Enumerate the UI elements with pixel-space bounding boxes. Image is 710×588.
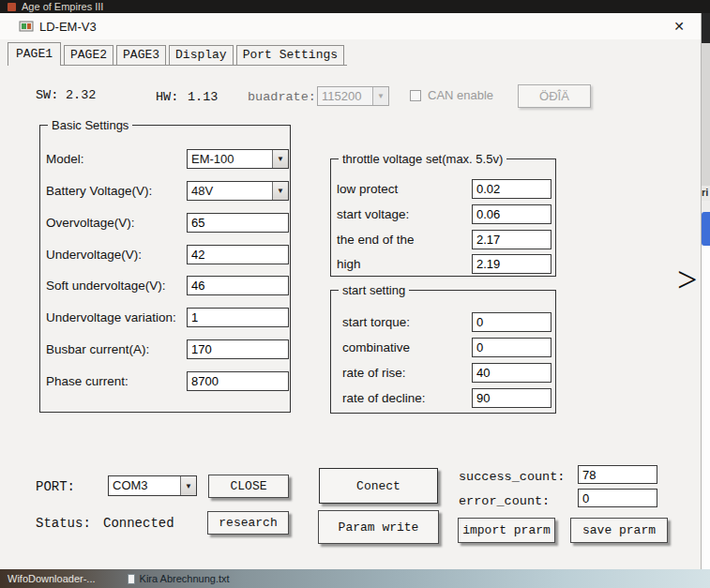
low-protect-input[interactable]	[472, 179, 551, 199]
status-label: Status:	[36, 516, 91, 531]
document-icon	[128, 574, 135, 584]
background-right-gap	[702, 201, 710, 212]
window-title: LD-EM-V3	[39, 20, 97, 34]
battery-voltage-select[interactable]: 48V ▼	[187, 181, 289, 201]
undervoltage-variation-input[interactable]	[187, 308, 289, 327]
success-count-label: success_count:	[459, 470, 565, 484]
busbar-current-input[interactable]	[187, 339, 289, 359]
language-button[interactable]: ÖÐÎÄ	[518, 84, 591, 108]
basic-settings-title: Basic Settings	[48, 118, 132, 132]
tab-page3[interactable]: PAGE3	[116, 45, 166, 65]
chevron-down-icon[interactable]: ▼	[272, 182, 288, 200]
ld-em-v3-window: LD-EM-V3 ✕ PAGE1 PAGE2 PAGE3 Display Por…	[0, 13, 702, 569]
rate-of-rise-input[interactable]	[472, 363, 551, 383]
low-protect-label: low protect	[337, 182, 398, 196]
connect-button[interactable]: Conect	[319, 468, 438, 504]
screen: Age of Empires III LD-EM-V3 ✕ PAGE1 PAGE…	[0, 0, 710, 588]
throttle-end-label: the end of the	[337, 233, 415, 247]
model-value: EM-100	[188, 150, 272, 168]
research-button[interactable]: research	[207, 511, 289, 535]
close-icon[interactable]: ✕	[667, 16, 691, 37]
rate-of-decline-label: rate of decline:	[342, 391, 426, 405]
combinative-input[interactable]	[472, 338, 551, 357]
phase-current-input[interactable]	[187, 371, 289, 391]
taskbar-item-kira-abrechnung[interactable]: Kira Abrechnung.txt	[140, 573, 230, 584]
sw-label: SW:	[36, 88, 58, 102]
title-bar: LD-EM-V3 ✕	[0, 13, 701, 39]
app-icon	[19, 19, 34, 34]
throttle-voltage-group: throttle voltage set(max. 5.5v) low prot…	[330, 158, 556, 277]
battery-voltage-value: 48V	[188, 182, 272, 200]
overvoltage-label: Overvoltage(V):	[46, 216, 135, 230]
port-value: COM3	[109, 476, 180, 495]
rate-of-rise-label: rate of rise:	[342, 366, 406, 380]
background-right-dark	[702, 13, 710, 43]
chevron-down-icon[interactable]: ▼	[272, 150, 288, 168]
combinative-label: combinative	[342, 340, 410, 354]
can-enable-checkbox[interactable]	[410, 90, 421, 101]
hw-label: HW:	[156, 90, 178, 104]
rate-of-decline-input[interactable]	[472, 388, 551, 408]
background-right-white	[702, 246, 710, 569]
baudrate-label: buadrate:	[248, 90, 316, 104]
tab-port-settings[interactable]: Port Settings	[236, 45, 344, 65]
taskbar-item-wifodownloader[interactable]: WifoDownloader-...	[8, 573, 96, 584]
background-blue-element	[702, 212, 710, 246]
tab-page1[interactable]: PAGE1	[8, 42, 61, 66]
start-torque-input[interactable]	[472, 312, 551, 332]
throttle-high-input[interactable]	[472, 254, 551, 274]
save-param-button[interactable]: save prarm	[570, 518, 668, 543]
background-clipped-text: ri	[702, 186, 710, 201]
background-window-title: Age of Empires III	[22, 1, 103, 12]
throttle-high-label: high	[337, 257, 361, 271]
background-right-light	[702, 43, 710, 186]
tab-bar: PAGE1 PAGE2 PAGE3 Display Port Settings	[8, 41, 347, 66]
close-port-button[interactable]: CLOSE	[208, 475, 289, 498]
throttle-group-title: throttle voltage set(max. 5.5v)	[339, 152, 506, 166]
model-label: Model:	[46, 152, 84, 166]
start-voltage-label: start voltage:	[337, 207, 409, 221]
param-write-button[interactable]: Param write	[318, 510, 439, 544]
tab-page2[interactable]: PAGE2	[64, 45, 113, 65]
model-select[interactable]: EM-100 ▼	[187, 149, 289, 169]
baudrate-value: 115200	[318, 87, 372, 105]
throttle-end-input[interactable]	[472, 230, 551, 249]
age-of-empires-icon	[8, 3, 16, 11]
background-window-titlebar: Age of Empires III	[0, 0, 710, 13]
background-artifact-chevron: >	[677, 262, 697, 297]
start-setting-group: start setting start torque: combinative …	[330, 290, 556, 414]
start-voltage-input[interactable]	[472, 204, 551, 224]
start-torque-label: start torque:	[342, 315, 410, 329]
basic-settings-group: Basic Settings Model: EM-100 ▼ Battery V…	[39, 125, 291, 413]
port-select[interactable]: COM3 ▼	[108, 475, 197, 496]
baudrate-select[interactable]: 115200 ▼	[317, 86, 389, 106]
busbar-current-label: Busbar current(A):	[46, 342, 149, 356]
status-value: Connected	[103, 516, 174, 531]
error-count-input[interactable]	[578, 489, 657, 507]
port-label: PORT:	[36, 479, 75, 494]
phase-current-label: Phase current:	[46, 374, 128, 388]
undervoltage-variation-label: Undervoltage variation:	[46, 310, 176, 324]
tab-display[interactable]: Display	[169, 45, 234, 65]
success-count-input[interactable]	[578, 465, 657, 484]
desktop-taskbar-strip: WifoDownloader-... Kira Abrechnung.txt	[0, 569, 710, 588]
start-group-title: start setting	[339, 283, 409, 297]
undervoltage-label: Undervoltage(V):	[46, 248, 142, 262]
can-enable-label: CAN enable	[428, 88, 493, 102]
import-param-button[interactable]: import prarm	[458, 518, 555, 543]
sw-value: 2.32	[66, 88, 96, 102]
chevron-down-icon[interactable]: ▼	[372, 87, 388, 105]
chevron-down-icon[interactable]: ▼	[180, 476, 196, 495]
soft-undervoltage-input[interactable]	[187, 276, 289, 295]
undervoltage-input[interactable]	[187, 245, 289, 264]
soft-undervoltage-label: Soft undervoltage(V):	[46, 279, 166, 293]
battery-voltage-label: Battery Voltage(V):	[46, 184, 152, 198]
overvoltage-input[interactable]	[187, 213, 289, 233]
hw-value: 1.13	[188, 90, 218, 104]
error-count-label: error_count:	[459, 494, 550, 508]
